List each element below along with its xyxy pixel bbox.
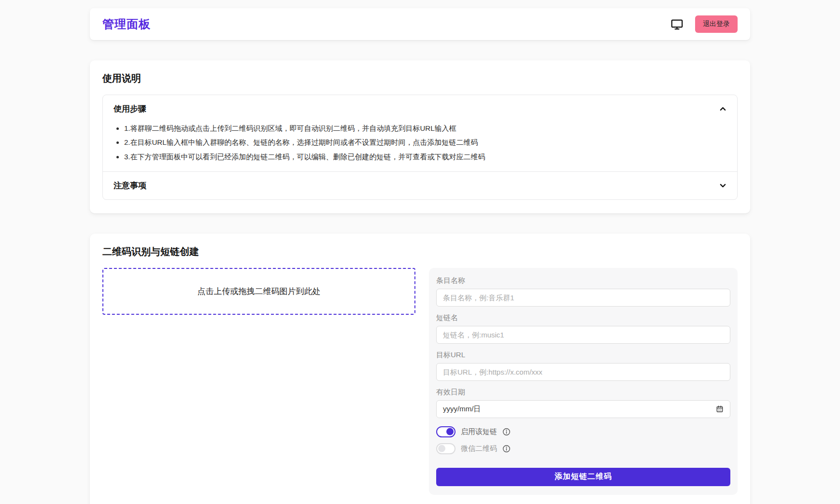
- calendar-icon[interactable]: [716, 405, 724, 413]
- instructions-card: 使用说明 使用步骤 1.将群聊二维码拖动或点击上传到二维码识别区域，即可自动识别…: [90, 60, 750, 213]
- short-link-field: 短链名: [436, 313, 730, 344]
- steps-list: 1.将群聊二维码拖动或点击上传到二维码识别区域，即可自动识别二维码，并自动填充到…: [103, 123, 737, 171]
- app-title: 管理面板: [102, 16, 151, 32]
- target-url-field: 目标URL: [436, 350, 730, 381]
- wechat-qr-toggle[interactable]: [436, 443, 456, 454]
- monitor-icon: [670, 18, 683, 31]
- instructions-title: 使用说明: [102, 72, 738, 85]
- accordion-section-notes: 注意事项: [103, 171, 737, 199]
- logout-button[interactable]: 退出登录: [695, 15, 738, 33]
- page: 管理面板 退出登录 使用说明 使用步骤: [90, 0, 750, 504]
- accordion-header-steps[interactable]: 使用步骤: [103, 95, 737, 123]
- wechat-qr-row: 微信二维码: [436, 443, 730, 454]
- shortlink-form: 条目名称 短链名 目标URL 有效日期 yyyy/mm/日: [429, 268, 738, 495]
- target-url-label: 目标URL: [436, 350, 730, 360]
- chevron-up-icon: [719, 105, 726, 112]
- upload-dropzone[interactable]: 点击上传或拖拽二维码图片到此处: [102, 268, 415, 315]
- short-link-input[interactable]: [436, 326, 730, 344]
- header-bar: 管理面板 退出登录: [90, 8, 750, 40]
- entry-name-field: 条目名称: [436, 276, 730, 307]
- accordion-header-notes[interactable]: 注意事项: [103, 172, 737, 199]
- valid-date-value: yyyy/mm/日: [443, 405, 481, 414]
- accordion-section-steps: 使用步骤 1.将群聊二维码拖动或点击上传到二维码识别区域，即可自动识别二维码，并…: [103, 95, 737, 171]
- wechat-qr-info[interactable]: [502, 445, 511, 453]
- step-item: 1.将群聊二维码拖动或点击上传到二维码识别区域，即可自动识别二维码，并自动填充到…: [124, 124, 726, 133]
- qr-section-title: 二维码识别与短链创建: [102, 245, 738, 258]
- chevron-down-icon: [719, 182, 726, 189]
- step-item: 3.在下方管理面板中可以看到已经添加的短链二维码，可以编辑、删除已创建的短链，并…: [124, 152, 726, 162]
- instructions-accordion: 使用步骤 1.将群聊二维码拖动或点击上传到二维码识别区域，即可自动识别二维码，并…: [102, 95, 738, 200]
- valid-date-field: 有效日期 yyyy/mm/日: [436, 388, 730, 418]
- upload-hint: 点击上传或拖拽二维码图片到此处: [198, 286, 321, 297]
- enable-shortlink-label: 启用该短链: [461, 427, 497, 436]
- wechat-qr-label: 微信二维码: [461, 444, 497, 453]
- entry-name-input[interactable]: [436, 289, 730, 307]
- step-item: 2.在目标URL输入框中输入群聊的名称、短链的名称，选择过期时间或者不设置过期时…: [124, 138, 726, 147]
- accordion-title-steps: 使用步骤: [114, 103, 146, 114]
- entry-name-label: 条目名称: [436, 276, 730, 285]
- valid-date-input[interactable]: yyyy/mm/日: [436, 400, 730, 418]
- display-mode-button[interactable]: [670, 18, 683, 31]
- toggle-knob: [438, 445, 445, 452]
- info-icon: [502, 445, 511, 453]
- short-link-label: 短链名: [436, 313, 730, 322]
- valid-date-label: 有效日期: [436, 388, 730, 397]
- target-url-input[interactable]: [436, 363, 730, 381]
- toggle-knob: [446, 428, 454, 435]
- qr-content: 点击上传或拖拽二维码图片到此处 条目名称 短链名 目标URL 有效日期: [102, 268, 738, 495]
- enable-shortlink-info[interactable]: [502, 428, 511, 436]
- enable-shortlink-toggle[interactable]: [436, 426, 456, 437]
- qr-card: 二维码识别与短链创建 点击上传或拖拽二维码图片到此处 条目名称 短链名 目标UR…: [90, 234, 750, 504]
- header-actions: 退出登录: [670, 15, 738, 33]
- enable-shortlink-row: 启用该短链: [436, 426, 730, 437]
- add-shortlink-button[interactable]: 添加短链二维码: [436, 468, 730, 486]
- accordion-title-notes: 注意事项: [114, 180, 146, 191]
- info-icon: [502, 428, 511, 436]
